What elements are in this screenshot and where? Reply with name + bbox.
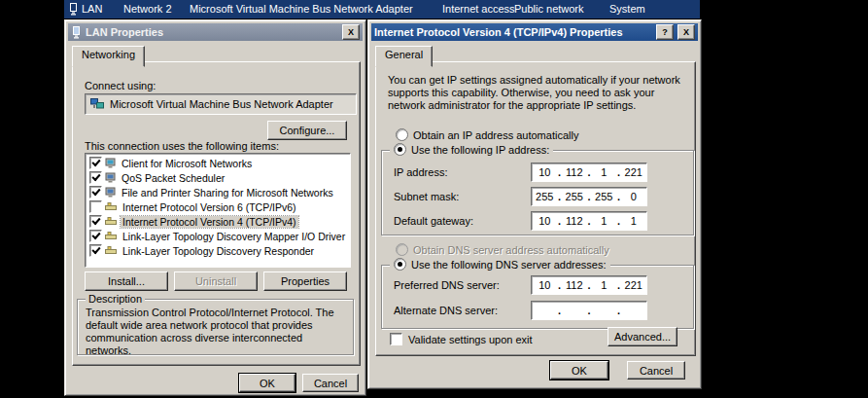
ipv4-properties-dialog: Internet Protocol Version 4 (TCP/IPv4) P… [367, 19, 702, 389]
window-title: LAN Properties [86, 26, 338, 38]
validate-label: Validate settings upon exit [408, 334, 533, 345]
octet: 1 [591, 215, 617, 227]
use-dns-option[interactable]: Use the following DNS server addresses: [390, 258, 610, 271]
window-monitor-icon [71, 26, 82, 39]
lan-titlebar[interactable]: LAN Properties X [68, 23, 363, 41]
use-dns-radio[interactable] [394, 258, 406, 271]
validate-settings-option[interactable]: Validate settings upon exit [390, 333, 533, 345]
window-title: Internet Protocol Version 4 (TCP/IPv4) P… [374, 26, 652, 38]
use-ip-option[interactable]: Use the following IP address: [390, 143, 553, 156]
list-item[interactable]: Link-Layer Topology Discovery Mapper I/O… [87, 229, 348, 243]
validate-checkbox[interactable] [390, 333, 402, 345]
use-ip-groupbox: Use the following IP address: IP address… [381, 150, 694, 235]
default-gateway-field[interactable]: 10.112.1.1 [531, 211, 647, 231]
octet: 10 [532, 215, 558, 227]
item-checkbox[interactable] [89, 171, 102, 184]
network-item-access: Internet access [442, 3, 515, 15]
configure-button[interactable]: Configure... [267, 121, 347, 140]
connection-items-list[interactable]: Client for Microsoft Networks QoS Packet… [85, 153, 351, 268]
octet: 0 [621, 191, 647, 202]
ipv4-titlebar[interactable]: Internet Protocol Version 4 (TCP/IPv4) P… [371, 23, 698, 41]
octet: 255 [562, 191, 588, 202]
list-item[interactable]: QoS Packet Scheduler [87, 170, 348, 185]
protocol-adapter-icon [105, 246, 118, 255]
octet: 1 [621, 215, 647, 227]
octet: 255 [532, 191, 558, 202]
ip-address-field[interactable]: 10.112.1.221 [531, 163, 647, 182]
ip-address-label: IP address: [394, 166, 447, 178]
properties-button[interactable]: Properties [263, 271, 347, 291]
network-list-bar: LAN Network 2 Microsoft Virtual Machine … [64, 0, 700, 18]
tab-general[interactable]: General [375, 46, 433, 67]
obtain-dns-label: Obtain DNS server address automatically [413, 244, 609, 256]
octet: 221 [621, 279, 647, 291]
item-checkbox[interactable] [89, 200, 102, 213]
description-text: Transmission Control Protocol/Internet P… [86, 307, 342, 357]
list-item[interactable]: File and Printer Sharing for Microsoft N… [87, 185, 348, 199]
network-item-adapter: Microsoft Virtual Machine Bus Network Ad… [190, 3, 413, 15]
item-label: Internet Protocol Version 4 (TCP/IPv4) [121, 216, 298, 228]
item-label: Client for Microsoft Networks [120, 158, 254, 169]
item-checkbox[interactable] [89, 157, 102, 169]
lan-properties-dialog: LAN Properties X Networking Connect usin… [64, 19, 366, 396]
octet: 1 [591, 279, 617, 291]
close-icon[interactable]: X [342, 24, 360, 40]
use-dns-label: Use the following DNS server addresses: [411, 259, 607, 271]
octet: 112 [562, 166, 588, 178]
protocol-adapter-icon [105, 217, 118, 226]
connect-using-label: Connect using: [85, 80, 156, 91]
list-item-ipv4[interactable]: Internet Protocol Version 4 (TCP/IPv4) [87, 214, 348, 229]
item-label: QoS Packet Scheduler [120, 172, 226, 184]
item-checkbox[interactable] [89, 215, 102, 228]
protocol-adapter-icon [105, 232, 118, 240]
adapter-name-field: Microsoft Virtual Machine Bus Network Ad… [85, 93, 357, 115]
items-caption: This connection uses the following items… [85, 140, 279, 152]
obtain-dns-radio [396, 243, 408, 256]
subnet-mask-label: Subnet mask: [394, 191, 459, 202]
list-item[interactable]: Client for Microsoft Networks [87, 156, 348, 170]
use-ip-radio[interactable] [394, 143, 406, 156]
use-ip-label: Use the following IP address: [411, 144, 549, 156]
item-checkbox[interactable] [89, 244, 102, 257]
general-tab-panel: You can get IP settings assigned automat… [375, 61, 696, 356]
intro-text: You can get IP settings assigned automat… [388, 74, 691, 112]
preferred-dns-field[interactable]: 10.112.1.221 [531, 275, 647, 295]
octet: 10 [532, 166, 558, 178]
advanced-button[interactable]: Advanced... [608, 327, 677, 346]
cancel-button[interactable]: Cancel [302, 374, 359, 392]
list-item[interactable]: Internet Protocol Version 6 (TCP/IPv6) [87, 199, 348, 214]
help-icon[interactable]: ? [656, 24, 674, 40]
obtain-ip-radio[interactable] [396, 128, 408, 141]
list-item[interactable]: Link-Layer Topology Discovery Responder [87, 243, 348, 258]
obtain-ip-option[interactable]: Obtain an IP address automatically [396, 128, 578, 141]
item-checkbox[interactable] [89, 186, 102, 199]
network-adapter-icon [90, 98, 104, 110]
cancel-button[interactable]: Cancel [627, 361, 685, 380]
network-item-category: Public network [514, 3, 584, 15]
client-icon [105, 158, 117, 168]
networking-tab-panel: Connect using: Microsoft Virtual Machine… [72, 61, 361, 366]
octet-dot: . [558, 305, 562, 316]
item-checkbox[interactable] [89, 230, 102, 242]
close-icon[interactable]: X [677, 24, 695, 40]
octet: 1 [591, 166, 617, 178]
description-caption: Description [86, 293, 145, 305]
octet-dot: . [617, 305, 621, 316]
obtain-dns-option: Obtain DNS server address automatically [396, 243, 609, 256]
subnet-mask-field[interactable]: 255.255.255.0 [531, 187, 647, 206]
alternate-dns-field[interactable]: ... [531, 301, 647, 320]
uninstall-button: Uninstall [174, 271, 258, 291]
network-item-lan[interactable]: LAN [82, 3, 102, 15]
ok-button[interactable]: OK [239, 374, 295, 392]
use-dns-groupbox: Use the following DNS server addresses: … [381, 265, 694, 329]
octet: 112 [562, 215, 588, 227]
adapter-name: Microsoft Virtual Machine Bus Network Ad… [110, 98, 333, 110]
install-button[interactable]: Install... [85, 271, 168, 291]
ok-button[interactable]: OK [550, 361, 608, 380]
tab-networking[interactable]: Networking [72, 46, 145, 67]
octet: 10 [532, 279, 558, 291]
octet: 112 [562, 279, 588, 291]
desktop: LAN Network 2 Microsoft Virtual Machine … [0, 0, 868, 398]
octet-dot: . [587, 305, 591, 316]
protocol-adapter-icon [105, 202, 118, 211]
